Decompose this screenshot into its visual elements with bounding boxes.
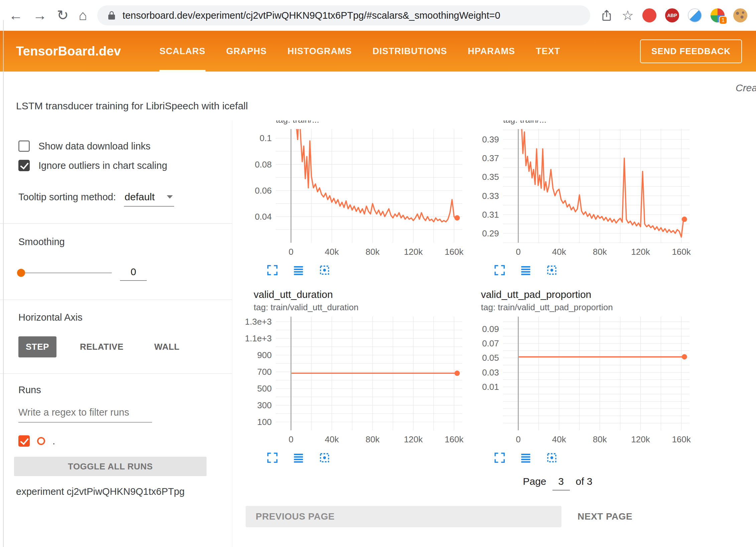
address-bar[interactable]: tensorboard.dev/experiment/cj2vtPiwQHKN9… <box>97 5 591 25</box>
forward-icon[interactable]: → <box>33 8 47 22</box>
show-download-checkbox[interactable] <box>18 140 30 152</box>
svg-text:300: 300 <box>257 400 272 410</box>
show-download-label: Show data download links <box>38 141 150 152</box>
clipped-chart-tag: tag: train/... <box>473 120 698 126</box>
bookmark-star-icon[interactable]: ☆ <box>622 8 634 23</box>
svg-text:0.04: 0.04 <box>255 212 272 222</box>
svg-text:0.03: 0.03 <box>482 367 499 377</box>
svg-text:900: 900 <box>257 350 272 360</box>
svg-text:0.06: 0.06 <box>255 186 272 196</box>
svg-text:80k: 80k <box>366 247 380 257</box>
previous-page-button[interactable]: PREVIOUS PAGE <box>246 506 561 527</box>
page-number-input[interactable] <box>552 475 570 490</box>
fit-domain-icon[interactable] <box>544 263 559 278</box>
axis-step-button[interactable]: STEP <box>18 336 56 357</box>
slider-thumb[interactable] <box>17 269 25 277</box>
main-nav: SCALARS GRAPHS HISTOGRAMS DISTRIBUTIONS … <box>159 31 560 72</box>
smoothing-value-input[interactable] <box>120 265 147 281</box>
url-text[interactable]: tensorboard.dev/experiment/cj2vtPiwQHKN9… <box>123 10 500 21</box>
extension-icon-1[interactable] <box>642 8 656 22</box>
svg-text:120k: 120k <box>404 247 423 257</box>
svg-text:0: 0 <box>516 247 520 257</box>
chart-toolbar <box>265 263 470 278</box>
svg-text:0: 0 <box>516 434 520 444</box>
svg-text:160k: 160k <box>445 434 464 444</box>
fit-domain-icon[interactable] <box>317 450 332 465</box>
extension-abp-icon[interactable]: ABP <box>665 8 679 22</box>
expand-icon[interactable] <box>492 263 507 278</box>
cookie-extension-icon[interactable] <box>733 8 747 22</box>
app-logo[interactable]: TensorBoard.dev <box>16 44 121 59</box>
run-checkbox[interactable] <box>18 435 30 447</box>
svg-text:0.05: 0.05 <box>482 353 499 363</box>
page: ← → ↻ ⌂ tensorboard.dev/experiment/cj2vt… <box>0 0 756 547</box>
pager-buttons: PREVIOUS PAGE NEXT PAGE <box>246 506 756 527</box>
fit-domain-icon[interactable] <box>544 450 559 465</box>
page-of-label: of 3 <box>576 476 593 487</box>
run-color-swatch[interactable] <box>37 437 45 445</box>
lines-icon[interactable] <box>291 263 306 278</box>
axis-relative-button[interactable]: RELATIVE <box>73 336 131 357</box>
scalar-chart[interactable]: 1003005007009001.1e+31.3e+3040k80k120k16… <box>246 313 470 448</box>
reload-icon[interactable]: ↻ <box>57 8 69 22</box>
scalar-chart[interactable]: 0.290.310.330.350.370.39040k80k120k160k <box>473 126 698 261</box>
tab-text[interactable]: TEXT <box>536 31 560 72</box>
profile-avatar[interactable]: 1 <box>711 8 725 22</box>
home-icon[interactable]: ⌂ <box>79 8 87 22</box>
svg-text:0.01: 0.01 <box>482 382 499 392</box>
page-label: Page <box>523 476 546 487</box>
experiment-subheader: Crea LSTM transducer training for LibriS… <box>0 72 756 120</box>
expand-icon[interactable] <box>492 450 507 465</box>
tooltip-sort-select[interactable]: default <box>124 191 174 207</box>
tab-graphs[interactable]: GRAPHS <box>226 31 267 72</box>
tab-distributions[interactable]: DISTRIBUTIONS <box>373 31 447 72</box>
axis-wall-button[interactable]: WALL <box>147 336 187 357</box>
scalars-dashboard: tag: train/... 0.040.060.080.1040k80k120… <box>232 120 756 547</box>
svg-text:120k: 120k <box>404 434 423 444</box>
ignore-outliers-checkbox[interactable] <box>18 160 30 171</box>
smoothing-label: Smoothing <box>18 236 222 247</box>
svg-text:160k: 160k <box>672 434 691 444</box>
chart-toolbar <box>492 450 698 465</box>
svg-text:0.09: 0.09 <box>482 324 499 334</box>
next-page-button[interactable]: NEXT PAGE <box>578 511 632 522</box>
tab-hparams[interactable]: HPARAMS <box>468 31 515 72</box>
svg-text:500: 500 <box>257 384 272 394</box>
svg-text:1.1e+3: 1.1e+3 <box>246 333 272 343</box>
scrollbar[interactable] <box>3 20 4 547</box>
fit-domain-icon[interactable] <box>317 263 332 278</box>
experiment-description: LSTM transducer training for LibriSpeech… <box>16 100 248 112</box>
tab-scalars[interactable]: SCALARS <box>159 31 206 72</box>
expand-icon[interactable] <box>265 263 280 278</box>
expand-icon[interactable] <box>265 450 280 465</box>
clipped-chart-tag: tag: train/... <box>246 120 470 126</box>
smoothing-slider[interactable] <box>18 272 112 274</box>
svg-text:0.37: 0.37 <box>482 153 499 163</box>
scalar-chart[interactable]: 0.010.030.050.070.09040k80k120k160k <box>473 313 698 448</box>
svg-text:80k: 80k <box>366 434 380 444</box>
share-icon[interactable] <box>600 9 613 22</box>
svg-text:120k: 120k <box>631 247 650 257</box>
send-feedback-button[interactable]: SEND FEEDBACK <box>640 39 742 63</box>
svg-text:0.33: 0.33 <box>482 191 499 201</box>
scalar-chart[interactable]: 0.040.060.080.1040k80k120k160k <box>246 126 470 261</box>
chart-toolbar <box>265 450 470 465</box>
horizontal-axis-label: Horizontal Axis <box>18 312 222 323</box>
back-icon[interactable]: ← <box>9 8 23 22</box>
tab-histograms[interactable]: HISTOGRAMS <box>287 31 352 72</box>
ignore-outliers-label: Ignore outliers in chart scaling <box>38 160 167 171</box>
svg-text:160k: 160k <box>672 247 691 257</box>
chevron-down-icon <box>167 195 173 199</box>
toggle-all-runs-button[interactable]: TOGGLE ALL RUNS <box>14 457 207 476</box>
svg-text:700: 700 <box>257 367 272 377</box>
lines-icon[interactable] <box>518 450 533 465</box>
lines-icon[interactable] <box>518 263 533 278</box>
runs-filter-input[interactable] <box>18 405 152 423</box>
extension-icon-2[interactable] <box>688 8 702 22</box>
svg-text:0.31: 0.31 <box>482 210 499 220</box>
svg-text:0.07: 0.07 <box>482 338 499 348</box>
chart-tag: tag: train/valid_utt_duration <box>254 302 470 313</box>
lines-icon[interactable] <box>291 450 306 465</box>
svg-text:40k: 40k <box>552 434 566 444</box>
created-label-clipped: Crea <box>736 82 756 94</box>
